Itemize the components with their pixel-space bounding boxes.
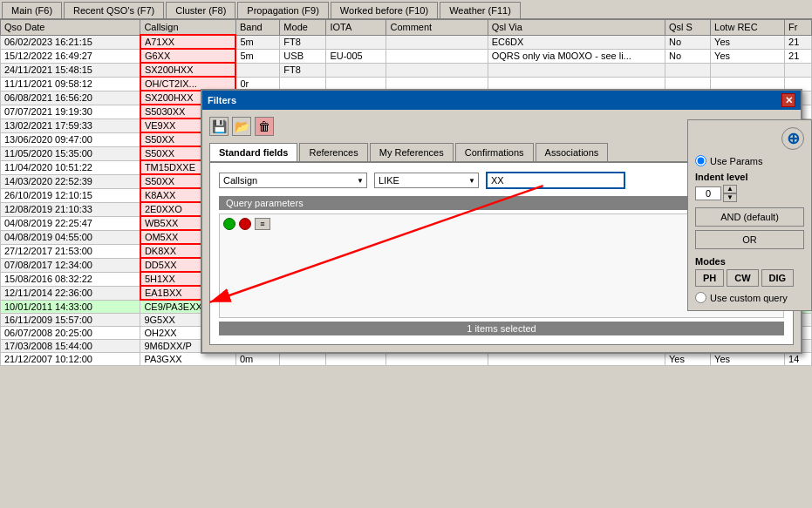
col-header-fr[interactable]: Fr bbox=[785, 20, 812, 36]
col-header-band[interactable]: Band bbox=[235, 20, 279, 36]
operator-select-wrapper: LIKE = != bbox=[374, 173, 479, 188]
indent-level-label: Indent level bbox=[695, 172, 804, 182]
logic-buttons-section: AND (default) OR bbox=[695, 207, 804, 249]
use-custom-query-radio[interactable]: Use custom query bbox=[695, 292, 804, 303]
custom-query-section: Use custom query bbox=[695, 292, 804, 303]
col-header-qslvia[interactable]: Qsl Via bbox=[488, 20, 665, 36]
use-custom-query-label: Use custom query bbox=[710, 293, 788, 303]
radio-group: Use Params bbox=[695, 155, 804, 166]
operator-select[interactable]: LIKE = != bbox=[374, 173, 479, 188]
col-header-callsign[interactable]: Callsign bbox=[140, 20, 236, 36]
save-filter-button[interactable]: 💾 bbox=[209, 117, 229, 136]
use-params-radio[interactable]: Use Params bbox=[695, 155, 804, 166]
filter-right-panel: ⊕ Use Params Indent level ▲ ▼ AND (defau… bbox=[687, 119, 812, 311]
tab-associations[interactable]: Associations bbox=[536, 143, 609, 161]
tab-references[interactable]: References bbox=[299, 143, 367, 161]
or-button[interactable]: OR bbox=[695, 230, 804, 249]
filter-close-button[interactable]: ✕ bbox=[781, 93, 795, 107]
load-filter-button[interactable]: 📂 bbox=[232, 117, 251, 136]
main-area: Qso Date Callsign Band Mode IOTA Comment… bbox=[0, 19, 812, 505]
indent-level-input[interactable] bbox=[695, 186, 721, 200]
modes-label: Modes bbox=[695, 256, 804, 267]
field-select-wrapper: Callsign Band Mode IOTA bbox=[219, 173, 367, 188]
spinner-arrows: ▲ ▼ bbox=[723, 185, 737, 202]
tab-propagation[interactable]: Propagation (F9) bbox=[237, 2, 329, 18]
col-header-comment[interactable]: Comment bbox=[386, 20, 488, 36]
tab-standard-fields[interactable]: Standard fields bbox=[209, 143, 297, 161]
spinner-group: ▲ ▼ bbox=[695, 185, 804, 202]
col-header-qsls[interactable]: Qsl S bbox=[665, 20, 710, 36]
table-row[interactable]: 06/02/2023 16:21:15A71XX5mFT8EC6DXNoYes2… bbox=[1, 35, 812, 49]
spinner-down[interactable]: ▼ bbox=[723, 193, 737, 202]
modes-section: Modes PH CW DIG bbox=[695, 256, 804, 287]
mode-dig-button[interactable]: DIG bbox=[761, 269, 795, 287]
add-button[interactable]: ⊕ bbox=[781, 127, 804, 150]
query-icon-btn[interactable]: ≡ bbox=[255, 218, 270, 230]
delete-filter-button[interactable]: 🗑 bbox=[255, 117, 274, 136]
remove-condition-button[interactable] bbox=[239, 218, 251, 230]
mode-buttons: PH CW DIG bbox=[695, 269, 804, 287]
mode-cw-button[interactable]: CW bbox=[727, 269, 758, 287]
status-bar: 1 items selected bbox=[219, 322, 784, 335]
col-header-iota[interactable]: IOTA bbox=[326, 20, 386, 36]
add-condition-button[interactable] bbox=[223, 218, 235, 230]
top-tabs-bar: Main (F6) Recent QSO's (F7) Cluster (F8)… bbox=[0, 0, 812, 19]
table-row[interactable]: 24/11/2021 15:48:15SX200HXXFT8 bbox=[1, 63, 812, 77]
col-header-lotwrec[interactable]: Lotw REC bbox=[711, 20, 785, 36]
tab-main[interactable]: Main (F6) bbox=[2, 2, 62, 18]
tab-cluster[interactable]: Cluster (F8) bbox=[166, 2, 235, 18]
and-button[interactable]: AND (default) bbox=[695, 207, 804, 227]
filter-title-bar: Filters ✕ bbox=[202, 91, 801, 110]
tab-recent[interactable]: Recent QSO's (F7) bbox=[64, 2, 164, 18]
filter-value-input[interactable] bbox=[486, 172, 625, 189]
field-select[interactable]: Callsign Band Mode IOTA bbox=[219, 173, 367, 188]
tab-worked[interactable]: Worked before (F10) bbox=[331, 2, 438, 18]
indent-level-section: Indent level ▲ ▼ bbox=[695, 172, 804, 202]
table-row[interactable]: 15/12/2022 16:49:27G6XX5mUSBEU-005OQRS o… bbox=[1, 49, 812, 63]
col-header-mode[interactable]: Mode bbox=[280, 20, 326, 36]
col-header-date[interactable]: Qso Date bbox=[1, 20, 140, 36]
filter-title: Filters bbox=[208, 95, 236, 105]
mode-ph-button[interactable]: PH bbox=[695, 269, 724, 287]
table-row[interactable]: 21/12/2007 10:12:00PA3GXX0mYesYes14 bbox=[1, 353, 812, 366]
tab-weather[interactable]: Weather (F11) bbox=[440, 2, 521, 18]
use-params-label: Use Params bbox=[710, 156, 763, 166]
spinner-up[interactable]: ▲ bbox=[723, 185, 737, 193]
tab-my-references[interactable]: My References bbox=[370, 143, 454, 161]
tab-confirmations[interactable]: Confirmations bbox=[455, 143, 534, 161]
